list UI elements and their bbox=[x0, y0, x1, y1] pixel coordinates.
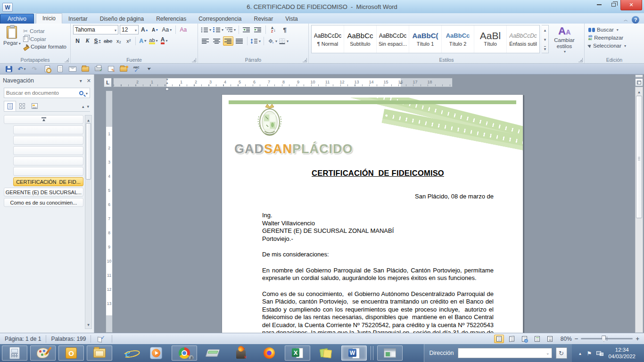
styles-scroll-down[interactable] bbox=[544, 36, 546, 42]
font-family-combo[interactable]: Tahoma bbox=[73, 25, 118, 34]
action-center-flag-icon[interactable] bbox=[586, 350, 592, 356]
heading-item-empty[interactable] bbox=[13, 136, 83, 145]
styles-scroll-up[interactable] bbox=[544, 26, 546, 33]
sort-button[interactable]: AZ↓ bbox=[268, 25, 279, 34]
italic-button[interactable]: K bbox=[83, 36, 92, 45]
split-window-handle[interactable] bbox=[635, 74, 643, 78]
heading-item-empty[interactable] bbox=[13, 125, 83, 134]
recipient-line[interactable]: GERENTE (E) DE SUCURSAL ZONAL MANABÍ bbox=[262, 227, 494, 235]
zoom-in-button[interactable]: + bbox=[636, 335, 639, 342]
print-layout-view-button[interactable] bbox=[494, 335, 504, 343]
document-search-box[interactable] bbox=[4, 88, 90, 98]
style-sin-espaciado[interactable]: AaBbCcDcSin espaci... bbox=[377, 25, 409, 53]
clear-formatting-button[interactable]: Aa bbox=[179, 25, 188, 34]
taskbar-internet-explorer[interactable]: e bbox=[115, 346, 140, 361]
bullets-button[interactable] bbox=[200, 25, 212, 34]
document-title[interactable]: CERTIFICACIÓN DE FIDEICOMISO bbox=[262, 169, 494, 177]
navigation-menu-icon[interactable] bbox=[80, 77, 87, 84]
tab-correspondencia[interactable]: Correspondencia bbox=[192, 14, 248, 24]
shading-button[interactable] bbox=[266, 36, 278, 46]
increase-indent-button[interactable] bbox=[253, 25, 263, 34]
first-line-indent-marker[interactable]: ▼ bbox=[165, 78, 170, 81]
styles-dialog-launcher[interactable] bbox=[578, 58, 583, 62]
next-heading-button[interactable] bbox=[87, 103, 89, 109]
taskbar-clock[interactable]: 12:34 04/03/2022 bbox=[608, 346, 638, 360]
align-left-button[interactable] bbox=[200, 36, 211, 46]
style-subtitulo[interactable]: AaBbCcSubtítulo bbox=[344, 25, 377, 53]
network-icon[interactable] bbox=[596, 350, 603, 356]
grow-font-button[interactable]: A▲ bbox=[140, 25, 149, 34]
strikethrough-button[interactable]: abe bbox=[103, 36, 113, 45]
taskbar-scanner[interactable] bbox=[200, 346, 225, 361]
zoom-slider[interactable] bbox=[581, 338, 633, 339]
search-icon[interactable] bbox=[79, 91, 83, 95]
nav-tab-headings[interactable] bbox=[4, 101, 16, 111]
style-enfasis-sutil[interactable]: AaBbCcDcÉnfasis sutil bbox=[507, 25, 539, 53]
tab-inicio[interactable]: Inicio bbox=[36, 13, 62, 24]
taskbar-nero-burning[interactable] bbox=[228, 346, 254, 361]
left-indent-marker[interactable] bbox=[165, 88, 169, 90]
qat-customize-button[interactable] bbox=[145, 65, 153, 74]
word-count[interactable]: Palabras: 199 bbox=[46, 335, 91, 343]
jump-to-top-item[interactable] bbox=[4, 115, 83, 124]
tab-referencias[interactable]: Referencias bbox=[150, 14, 192, 24]
tab-archivo[interactable]: Archivo bbox=[0, 14, 34, 24]
salutation[interactable]: De mis consideraciones: bbox=[262, 251, 494, 259]
document-page[interactable]: GADSANPLÁCIDO CERTIFICACIÓN DE FIDEICOMI… bbox=[222, 94, 523, 333]
hidden-icons-button[interactable] bbox=[578, 350, 582, 356]
help-icon[interactable] bbox=[632, 16, 639, 24]
open-button[interactable] bbox=[81, 65, 90, 74]
heading-item-como[interactable]: Como es de su conocimien... bbox=[4, 198, 83, 207]
document-body[interactable]: CERTIFICACIÓN DE FIDEICOMISO San Plácido… bbox=[222, 95, 523, 333]
search-options-icon[interactable] bbox=[85, 90, 88, 96]
align-right-button[interactable] bbox=[223, 36, 233, 46]
heading-item-empty[interactable] bbox=[13, 156, 83, 165]
save-button[interactable] bbox=[5, 65, 13, 74]
title-bar[interactable]: W 6. CERTIFICADO DE FIDEICOMISO - Micros… bbox=[0, 0, 644, 13]
numbering-button[interactable] bbox=[213, 25, 224, 34]
taskbar-firefox[interactable] bbox=[256, 346, 282, 361]
scrollbar-thumb[interactable] bbox=[636, 96, 642, 218]
scroll-up-icon[interactable] bbox=[85, 116, 91, 123]
zoom-level[interactable]: 80% bbox=[558, 336, 572, 342]
send-mail-button[interactable] bbox=[68, 65, 77, 74]
tab-stop-selector[interactable]: L bbox=[104, 78, 112, 87]
zoom-slider-handle[interactable] bbox=[602, 336, 606, 342]
align-center-button[interactable] bbox=[212, 36, 222, 46]
taskbar-sticky-notes[interactable] bbox=[313, 346, 339, 361]
find-button[interactable]: Buscar bbox=[587, 26, 642, 33]
date-line[interactable]: San Plácido, 08 de marzo de bbox=[262, 193, 494, 201]
proofing-status[interactable] bbox=[91, 335, 112, 343]
folder-options-button[interactable] bbox=[119, 65, 128, 74]
navigation-scrollbar[interactable] bbox=[85, 115, 92, 329]
change-styles-button[interactable]: AA Cambiar estilos bbox=[551, 25, 578, 54]
close-button[interactable] bbox=[620, 0, 642, 10]
style-titulo[interactable]: AaBlTítulo bbox=[474, 25, 507, 53]
style-titulo-2[interactable]: AaBbCcTítulo 2 bbox=[442, 25, 474, 53]
change-case-button[interactable]: Aa bbox=[161, 25, 173, 34]
bold-button[interactable]: N bbox=[73, 36, 82, 45]
multilevel-list-button[interactable] bbox=[225, 25, 236, 34]
minimize-ribbon-icon[interactable] bbox=[624, 17, 628, 23]
undo-button[interactable] bbox=[17, 65, 26, 74]
heading-item-gerente[interactable]: GERENTE (E) DE SUCURSAL... bbox=[4, 188, 83, 197]
vertical-ruler[interactable]: 12345678910111213 bbox=[106, 90, 113, 333]
redo-button[interactable] bbox=[30, 65, 39, 74]
spelling-button[interactable]: ABC✓ bbox=[132, 65, 140, 74]
taskbar-calculator[interactable] bbox=[2, 346, 27, 361]
paste-button[interactable]: Pegar bbox=[2, 25, 22, 50]
quick-print-button[interactable] bbox=[94, 65, 102, 74]
taskbar-excel[interactable] bbox=[285, 346, 310, 361]
hanging-indent-marker[interactable]: ▲ bbox=[165, 81, 170, 84]
highlight-color-button[interactable]: ab bbox=[148, 36, 158, 45]
scroll-down-icon[interactable] bbox=[85, 321, 91, 328]
font-color-button[interactable]: A bbox=[160, 36, 169, 45]
tab-diseno[interactable]: Diseño de página bbox=[94, 14, 150, 24]
taskbar-word-active[interactable] bbox=[341, 346, 367, 361]
navigation-close-icon[interactable] bbox=[87, 77, 91, 84]
address-input-box[interactable] bbox=[458, 348, 552, 358]
line-spacing-button[interactable] bbox=[250, 36, 261, 46]
select-button[interactable]: Seleccionar bbox=[587, 42, 642, 49]
address-go-button[interactable] bbox=[556, 347, 567, 359]
recipient-line[interactable]: Walter Villavicencio bbox=[262, 220, 494, 228]
